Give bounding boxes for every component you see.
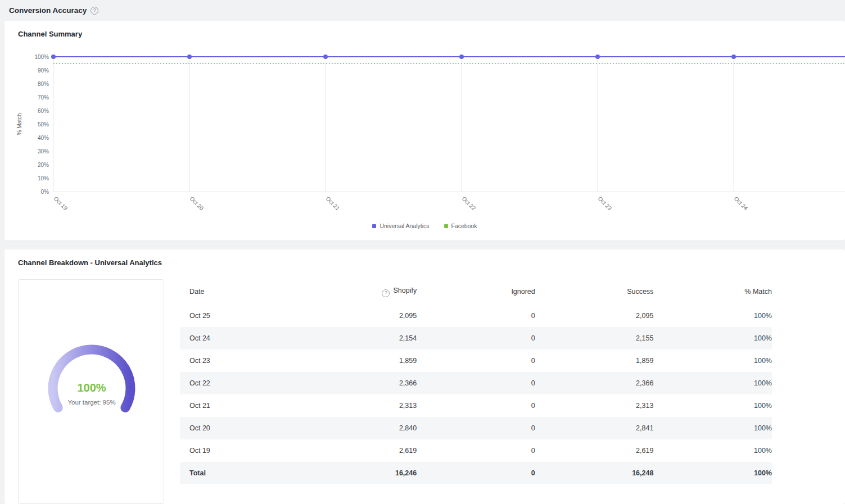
y-tick-label: 40% [38,135,49,141]
y-tick-label: 0% [41,189,49,195]
cell-ignored: 0 [417,305,535,327]
cell-success: 1,859 [535,349,654,372]
table-row: Oct 252,09502,095100% [180,305,772,327]
cell-success: 2,095 [535,305,654,327]
data-point-universal-analytics[interactable] [731,55,736,59]
cell-ignored: 0 [417,327,535,349]
col-header-label: Ignored [511,288,535,296]
gauge-target-label: Your target: 95% [67,399,115,406]
cell-shopify: 2,840 [299,417,417,439]
cell-success: 2,313 [535,394,654,417]
data-point-universal-analytics[interactable] [51,55,56,59]
gauge-panel: 100% Your target: 95% [18,279,164,504]
table-row: Oct 212,31302,313100% [180,394,772,417]
y-tick-label: 50% [38,121,49,128]
legend-label: Universal Analytics [379,223,429,229]
shopify-info-icon[interactable]: ? [382,289,390,297]
cell-shopify: 2,095 [299,305,417,327]
row-label: Oct 19 [180,439,299,462]
cell-ignored: 0 [417,372,535,394]
legend-label: Facebook [451,223,477,229]
data-point-universal-analytics[interactable] [323,55,328,59]
x-tick-label: Oct 23 [597,196,613,212]
cell-success: 2,841 [535,417,654,439]
y-tick-label: 10% [38,175,49,181]
channel-summary-chart: 100%90%80%70%60%50%40%30%20%10%0%% Match… [4,48,845,217]
legend-swatch [372,224,376,228]
y-tick-label: 90% [38,67,49,74]
table-header-row: Date?ShopifyIgnoredSuccess% Match [180,279,772,305]
col-header-label: Success [627,288,653,296]
table-row: Oct 242,15402,155100% [180,327,772,349]
x-tick-label: Oct 24 [733,196,749,212]
data-point-universal-analytics[interactable] [595,55,600,59]
chart-legend: Universal AnalyticsFacebook [4,217,845,240]
channel-breakdown-title: Channel Breakdown - Universal Analytics [18,258,845,267]
legend-item-facebook[interactable]: Facebook [444,223,477,229]
cell--match: 100% [653,372,772,394]
cell--match: 100% [653,305,772,327]
channel-summary-title: Channel Summary [4,30,845,38]
col-header-label: % Match [744,288,772,296]
row-label: Total [180,462,299,484]
cell-success: 2,155 [535,327,654,349]
gauge-value: 100% [77,382,106,394]
cell-ignored: 0 [417,439,535,462]
y-tick-label: 30% [38,148,49,155]
data-point-universal-analytics[interactable] [459,55,464,59]
data-point-universal-analytics[interactable] [187,55,192,59]
breakdown-table-wrap: Date?ShopifyIgnoredSuccess% Match Oct 25… [180,279,845,484]
breakdown-table: Date?ShopifyIgnoredSuccess% Match Oct 25… [180,279,772,484]
col-header--match: % Match [653,279,772,305]
cell-ignored: 0 [417,349,535,372]
row-label: Oct 24 [180,327,299,349]
table-row: Oct 202,84002,841100% [180,417,772,439]
topbar: Conversion Accuracy ? [0,0,845,21]
y-tick-label: 60% [38,108,49,114]
channel-summary-card: Channel Summary 100%90%80%70%60%50%40%30… [4,21,845,240]
legend-swatch [444,224,448,228]
cell-shopify: 2,619 [299,439,417,462]
col-header-success: Success [535,279,654,305]
row-label: Oct 22 [180,372,299,394]
row-label: Oct 23 [180,349,299,372]
table-row: Oct 222,36602,366100% [180,372,772,394]
cell-success: 16,248 [535,462,654,484]
y-tick-label: 70% [38,94,49,101]
x-tick-label: Oct 21 [325,196,341,212]
channel-breakdown-card: Channel Breakdown - Universal Analytics … [4,249,845,504]
col-header-ignored: Ignored [417,279,535,305]
x-tick-label: Oct 19 [53,196,69,212]
x-tick-label: Oct 20 [189,196,205,212]
cell-ignored: 0 [417,394,535,417]
page-title: Conversion Accuracy [9,6,87,15]
cell--match: 100% [653,439,772,462]
cell-ignored: 0 [417,462,535,484]
row-label: Oct 20 [180,417,299,439]
table-row: Oct 231,85901,859100% [180,349,772,372]
cell--match: 100% [653,394,772,417]
cell-shopify: 2,313 [299,394,417,417]
table-row: Oct 192,61902,619100% [180,439,772,462]
table-total-row: Total16,246016,248100% [180,462,772,484]
y-tick-label: 80% [38,81,49,87]
cell-success: 2,619 [535,439,654,462]
help-icon[interactable]: ? [91,7,98,15]
cell--match: 100% [653,349,772,372]
cell--match: 100% [653,462,772,484]
cell--match: 100% [653,327,772,349]
y-tick-label: 100% [34,54,49,60]
legend-item-universal-analytics[interactable]: Universal Analytics [372,223,429,229]
col-header-date: Date [180,279,299,305]
cell-shopify: 16,246 [299,462,417,484]
col-header-label: Shopify [393,287,417,294]
cell-ignored: 0 [417,417,535,439]
gauge-chart: 100% Your target: 95% [19,280,165,426]
x-tick-label: Oct 22 [461,196,477,212]
cell-shopify: 2,154 [299,327,417,349]
line-chart: 100%90%80%70%60%50%40%30%20%10%0%% Match… [4,48,845,217]
row-label: Oct 25 [180,305,299,327]
row-label: Oct 21 [180,394,299,417]
y-axis-title: % Match [16,113,22,135]
cell-shopify: 2,366 [299,372,417,394]
